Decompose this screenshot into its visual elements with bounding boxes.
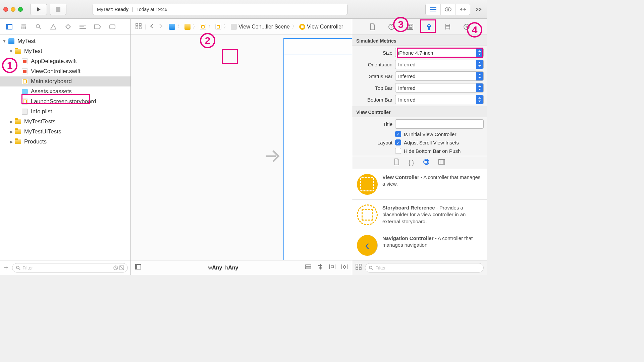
toolbar-overflow-button[interactable] bbox=[474, 4, 484, 15]
file-template-library-tab[interactable] bbox=[394, 159, 399, 167]
svg-text:?: ? bbox=[390, 25, 392, 29]
run-button[interactable] bbox=[30, 4, 47, 15]
crumb-project[interactable] bbox=[169, 24, 175, 30]
storyboard-canvas[interactable] bbox=[131, 35, 352, 260]
zoom-window-button[interactable] bbox=[18, 7, 23, 12]
library-item-navigation-controller[interactable]: ‹ Navigation Controller - A controller t… bbox=[352, 230, 487, 260]
scm-filter-icon[interactable] bbox=[119, 265, 124, 270]
adjust-insets-checkbox[interactable]: ✓ bbox=[395, 139, 401, 145]
svg-rect-54 bbox=[439, 160, 445, 164]
crumb-viewcontroller[interactable]: View Controller bbox=[299, 24, 343, 30]
breakpoint-navigator-tab[interactable] bbox=[91, 21, 104, 33]
identity-inspector-tab[interactable] bbox=[404, 21, 417, 33]
tree-group[interactable]: ▼MyTest bbox=[0, 46, 130, 56]
tree-file-appdelegate[interactable]: AppDelegate.swift bbox=[0, 56, 130, 66]
statusbar-label: Status Bar bbox=[356, 73, 395, 79]
tree-file-main-storyboard[interactable]: Main.storyboard bbox=[0, 76, 130, 86]
stop-button[interactable] bbox=[50, 4, 66, 15]
tree-file-assets[interactable]: Assets.xcassets bbox=[0, 86, 130, 97]
title-input[interactable] bbox=[395, 119, 484, 129]
test-navigator-tab[interactable] bbox=[62, 21, 74, 33]
navigator-filter-input[interactable]: Filter bbox=[12, 263, 128, 273]
object-library-tab[interactable] bbox=[423, 159, 430, 167]
library-filter-input[interactable]: Filter bbox=[365, 263, 484, 273]
library-item-viewcontroller[interactable]: View Controller - A controller that mana… bbox=[352, 169, 487, 200]
svg-rect-60 bbox=[359, 267, 361, 269]
tree-group-products[interactable]: ▶Products bbox=[0, 137, 130, 147]
status-state: Ready bbox=[114, 7, 128, 12]
topbar-label: Top Bar bbox=[356, 85, 395, 91]
tree-file-infoplist[interactable]: Info.plist bbox=[0, 107, 130, 117]
orientation-select[interactable]: Inferred bbox=[395, 60, 484, 69]
pin-button[interactable] bbox=[328, 264, 336, 271]
bottombar-select[interactable]: Inferred bbox=[395, 95, 484, 104]
status-time: Today at 19:46 bbox=[137, 7, 167, 12]
debug-navigator-tab[interactable] bbox=[76, 21, 89, 33]
svg-rect-29 bbox=[306, 265, 311, 266]
tree-group-uitests[interactable]: ▶MyTestUITests bbox=[0, 127, 130, 137]
initial-vc-checkbox[interactable]: ✓ bbox=[395, 131, 401, 137]
hide-bottom-checkbox[interactable] bbox=[395, 148, 401, 154]
inspector-pane: ? Simulated Metrics Size iPhone 4.7-inch… bbox=[352, 19, 487, 275]
add-button[interactable]: + bbox=[3, 263, 9, 272]
activity-status[interactable]: MyTest: Ready | Today at 19:46 bbox=[93, 4, 347, 15]
window-toolbar: MyTest: Ready | Today at 19:46 bbox=[0, 0, 487, 19]
quick-help-tab[interactable]: ? bbox=[385, 21, 398, 33]
navigator-pane: ▼MyTest ▼MyTest AppDelegate.swift ViewCo… bbox=[0, 19, 131, 275]
size-inspector-tab[interactable] bbox=[441, 21, 454, 33]
crumb-scene[interactable]: View Con...ller Scene bbox=[231, 24, 290, 30]
tree-group-tests[interactable]: ▶MyTestTests bbox=[0, 117, 130, 127]
project-navigator-tab[interactable] bbox=[3, 21, 15, 33]
document-outline-toggle[interactable] bbox=[134, 264, 142, 271]
attributes-inspector-tab[interactable] bbox=[423, 21, 435, 33]
symbol-navigator-tab[interactable] bbox=[17, 21, 30, 33]
issue-navigator-tab[interactable] bbox=[47, 21, 60, 33]
resolve-issues-button[interactable] bbox=[340, 264, 348, 271]
crumb-base[interactable] bbox=[215, 24, 221, 30]
minimize-window-button[interactable] bbox=[11, 7, 15, 12]
bottombar-label: Bottom Bar bbox=[356, 97, 395, 103]
back-button[interactable] bbox=[148, 22, 156, 32]
svg-rect-0 bbox=[56, 7, 60, 12]
version-editor-button[interactable] bbox=[455, 4, 470, 15]
stack-button[interactable] bbox=[304, 264, 312, 271]
media-library-tab[interactable] bbox=[438, 159, 445, 166]
clock-icon[interactable] bbox=[113, 265, 118, 270]
svg-rect-15 bbox=[79, 26, 84, 27]
close-window-button[interactable] bbox=[3, 7, 8, 12]
project-tree[interactable]: ▼MyTest ▼MyTest AppDelegate.swift ViewCo… bbox=[0, 35, 130, 260]
topbar-select[interactable]: Inferred bbox=[395, 83, 484, 93]
find-navigator-tab[interactable] bbox=[32, 21, 45, 33]
svg-rect-17 bbox=[110, 25, 115, 29]
report-navigator-tab[interactable] bbox=[106, 21, 119, 33]
svg-line-62 bbox=[372, 268, 373, 270]
view-controller-header: View Controller bbox=[352, 106, 487, 117]
forward-button[interactable] bbox=[157, 22, 165, 32]
title-label: Title bbox=[356, 121, 395, 127]
assistant-editor-button[interactable] bbox=[440, 4, 455, 15]
tree-project-root[interactable]: ▼MyTest bbox=[0, 36, 130, 46]
status-project: MyTest: bbox=[97, 7, 113, 12]
library-item-storyboard-reference[interactable]: Storyboard Reference - Provides a placeh… bbox=[352, 200, 487, 230]
scene-dock bbox=[283, 38, 352, 55]
related-items-button[interactable] bbox=[133, 22, 144, 32]
statusbar-select[interactable]: Inferred bbox=[395, 71, 484, 81]
align-button[interactable] bbox=[316, 264, 324, 271]
file-inspector-tab[interactable] bbox=[366, 21, 379, 33]
library-bottom-bar: Filter bbox=[352, 260, 487, 275]
connections-inspector-tab[interactable] bbox=[460, 21, 473, 33]
navigator-bottom-bar: + Filter bbox=[0, 260, 130, 275]
view-controller-scene[interactable] bbox=[283, 38, 352, 260]
crumb-file[interactable] bbox=[200, 24, 206, 30]
tree-file-viewcontroller[interactable]: ViewController.swift bbox=[0, 66, 130, 76]
library-view-mode-button[interactable] bbox=[356, 264, 362, 272]
size-select[interactable]: iPhone 4.7-inch bbox=[395, 48, 484, 57]
size-class-control[interactable]: wAny hAny bbox=[208, 265, 238, 271]
code-snippet-library-tab[interactable]: { } bbox=[408, 159, 414, 166]
crumb-group[interactable] bbox=[184, 24, 191, 30]
navigator-tabs bbox=[0, 19, 130, 35]
svg-line-22 bbox=[120, 266, 124, 270]
svg-rect-11 bbox=[25, 26, 26, 29]
tree-file-launchscreen[interactable]: LaunchScreen.storyboard bbox=[0, 97, 130, 107]
standard-editor-button[interactable] bbox=[426, 4, 440, 15]
